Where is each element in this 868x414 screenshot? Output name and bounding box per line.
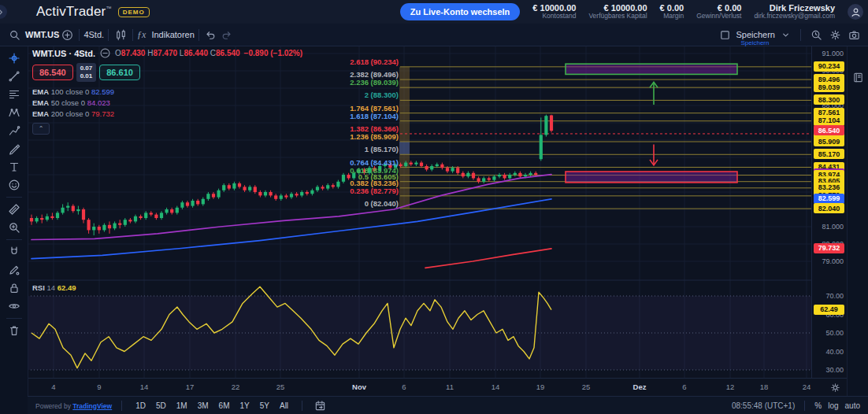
lock-drawings-icon[interactable] <box>4 279 24 297</box>
indicators-button[interactable]: ƒx Indikatoren <box>137 29 195 41</box>
measure-icon[interactable] <box>4 201 24 218</box>
undo-icon[interactable] <box>203 26 219 43</box>
collapse-legend-button[interactable]: ⌃ <box>32 123 50 135</box>
chart-type-icon[interactable] <box>113 26 128 43</box>
save-layout-button[interactable]: Speichern Speichern <box>736 26 793 43</box>
time-tick: 25 <box>267 383 294 391</box>
rsi-label: 30.00 <box>825 366 844 374</box>
time-tick: 6 <box>671 383 698 391</box>
rsi-legend: RSI 14 62.49 <box>32 283 76 292</box>
axis-settings-gear-icon[interactable] <box>829 382 841 394</box>
right-sidebar <box>847 24 868 396</box>
remove-drawings-icon[interactable] <box>4 322 24 339</box>
xabcd-pattern-icon[interactable] <box>4 104 24 121</box>
interval-button[interactable]: 4Std. <box>83 30 104 39</box>
go-to-date-icon[interactable] <box>312 397 328 414</box>
range-5d-button[interactable]: 5D <box>152 400 170 412</box>
bottom-separator <box>302 401 302 411</box>
range-1m-button[interactable]: 1M <box>172 400 191 412</box>
tradingview-link[interactable]: TradingView <box>72 402 112 410</box>
time-tick: 18 <box>751 383 777 391</box>
time-tick: Dez <box>626 383 653 391</box>
buy-button[interactable]: 86.610 <box>99 65 140 80</box>
account-stat: € 10000.00Kontostand <box>532 3 576 20</box>
sell-button[interactable]: 86.540 <box>32 65 73 80</box>
chart-history-icon[interactable] <box>808 26 824 43</box>
time-tick: 25 <box>573 383 599 391</box>
drawing-mode-icon[interactable] <box>4 261 24 279</box>
toolbar-separator <box>132 29 133 41</box>
tools-separator <box>6 197 22 198</box>
symbol-label: WMT.US <box>25 30 59 39</box>
auto-scale-toggle[interactable]: auto <box>845 401 860 410</box>
account-stat: € 10000.00Verfügbares Kapital <box>588 3 647 20</box>
zoom-in-icon[interactable] <box>4 219 24 236</box>
date-ranges: 1D5D1M3M6M1Y5YAll <box>132 400 292 412</box>
time-axis[interactable]: 4914172225Nov611141925Dez6121824 <box>28 378 847 397</box>
price-badge: 88.300 <box>814 94 844 105</box>
session-clock[interactable]: 08:55:48 (UTC+1) <box>732 401 795 410</box>
drawing-toolbar <box>0 46 28 414</box>
switch-to-live-button[interactable]: Zu Live-Konto wechseln <box>400 3 521 20</box>
bottom-separator <box>804 401 805 411</box>
price-badge: 82.599 <box>814 194 844 204</box>
log-scale-toggle[interactable]: log <box>828 401 838 410</box>
panel-expand-icon[interactable] <box>0 5 7 19</box>
time-tick: 19 <box>527 383 554 391</box>
symbol-search[interactable]: WMT.US <box>6 26 59 43</box>
tools-separator <box>6 318 22 319</box>
price-badge: 85.909 <box>814 136 844 146</box>
emoji-icon[interactable] <box>4 176 24 194</box>
fx-icon: ƒx <box>137 29 146 41</box>
news-journal-icon[interactable] <box>852 72 864 83</box>
time-tick: 12 <box>717 383 744 391</box>
compare-add-icon[interactable] <box>59 26 75 43</box>
time-tick: Nov <box>346 383 373 391</box>
camera-icon[interactable] <box>846 26 862 43</box>
bottom-bar: Powered by TradingView 1D5D1M3M6M1Y5YAll… <box>28 396 868 414</box>
percent-scale-toggle[interactable]: % <box>814 401 822 410</box>
time-tick: 24 <box>793 383 820 391</box>
chart-svg[interactable] <box>28 46 811 378</box>
price-badge: 87.104 <box>814 116 844 126</box>
range-all-button[interactable]: All <box>276 400 292 412</box>
time-tick: 22 <box>222 383 249 391</box>
brush-icon[interactable] <box>4 140 24 157</box>
avatar[interactable] <box>848 4 863 20</box>
tools-separator <box>6 239 22 240</box>
hide-drawings-icon[interactable] <box>4 298 24 315</box>
toolbar-separator <box>108 29 109 41</box>
chevron-down-icon <box>777 26 793 43</box>
crosshair-icon[interactable] <box>4 50 24 67</box>
range-3m-button[interactable]: 3M <box>194 400 213 412</box>
price-badge: 86.540 <box>814 125 844 135</box>
fib-retracement-icon[interactable] <box>4 86 24 103</box>
time-tick: 11 <box>436 383 463 391</box>
rsi-label: 40.00 <box>825 348 844 356</box>
rsi-label: 70.00 <box>825 292 844 300</box>
account-stats: € 10000.00Kontostand€ 10000.00Verfügbare… <box>532 3 741 20</box>
rsi-value-badge: 62.49 <box>814 305 844 315</box>
price-axis[interactable]: 91.00090.00088.00081.00080.00079.00070.0… <box>811 46 848 378</box>
range-5y-button[interactable]: 5Y <box>256 400 273 412</box>
time-tick: 6 <box>391 383 417 391</box>
price-label: 79.000 <box>822 257 844 265</box>
trend-line-icon[interactable] <box>4 68 24 85</box>
price-badge: 90.234 <box>814 61 844 72</box>
user-block[interactable]: Dirk Friczewsky dirk.friczewsky@gmail.co… <box>754 3 835 20</box>
price-label: 91.000 <box>822 50 844 57</box>
gear-icon[interactable] <box>827 26 843 43</box>
text-icon[interactable] <box>4 158 24 176</box>
toolbar-separator <box>800 29 801 41</box>
redo-icon[interactable] <box>219 26 235 43</box>
save-tooltip: Speichern <box>740 39 769 46</box>
rsi-label: 50.00 <box>825 329 844 337</box>
toolbar-separator <box>198 29 199 41</box>
range-1d-button[interactable]: 1D <box>132 400 150 412</box>
chart-canvas[interactable]: 2.618 (90.234)2.382 (89.496)2.236 (89.03… <box>28 46 811 378</box>
layout-select-icon[interactable] <box>717 26 733 43</box>
magnet-icon[interactable] <box>4 243 24 261</box>
range-6m-button[interactable]: 6M <box>215 400 234 412</box>
forecast-icon[interactable] <box>4 122 24 139</box>
range-1y-button[interactable]: 1Y <box>236 400 254 412</box>
